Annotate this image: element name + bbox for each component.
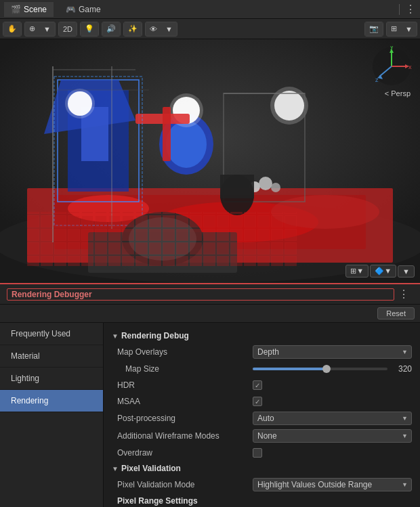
post-processing-row: Post-processing Auto Disabled Off	[104, 410, 420, 427]
frequently-used-label: Frequently Used	[11, 329, 70, 338]
overdraw-label: Overdraw	[117, 448, 253, 458]
map-size-slider-thumb[interactable]	[322, 365, 331, 373]
tab-game[interactable]: 🎮 Game	[59, 2, 108, 17]
pivot-btn[interactable]: ⊕	[25, 22, 39, 37]
audio-group: 🔊	[102, 22, 121, 37]
svg-point-18	[270, 87, 308, 125]
map-overlays-dropdown-wrapper: Depth None Normals Motion Vectors	[253, 345, 412, 359]
svg-text:x: x	[408, 64, 412, 70]
options-icon: ⋮	[405, 3, 416, 16]
msaa-value: ✓	[253, 397, 412, 406]
map-size-slider-container: 320	[253, 364, 412, 374]
sidebar-item-material[interactable]: Material	[0, 345, 103, 368]
reset-bar: Reset	[0, 305, 420, 323]
hdr-checkbox[interactable]: ✓	[253, 380, 262, 390]
pixel-validation-triangle: ▼	[112, 465, 119, 472]
view-group: 👁 ▼	[145, 22, 177, 37]
msaa-label: MSAA	[117, 397, 253, 406]
axis-gizmo: y x z	[371, 46, 412, 87]
overdraw-row: Overdraw	[104, 445, 420, 461]
main-content: Frequently Used Material Lighting Render…	[0, 323, 420, 507]
tab-separator	[399, 4, 400, 15]
tab-scene-label: Scene	[24, 5, 47, 14]
reset-button[interactable]: Reset	[377, 307, 415, 319]
svg-point-12	[166, 120, 207, 168]
map-overlays-row: Map Overlays Depth None Normals Motion V…	[104, 343, 420, 361]
tab-scene[interactable]: 🎬 Scene	[4, 2, 54, 17]
game-icon: 🎮	[66, 5, 76, 14]
rendering-label: Rendering	[11, 396, 48, 405]
2d-group: 2D	[58, 22, 77, 37]
2d-btn[interactable]: 2D	[59, 22, 77, 37]
post-processing-dropdown-wrapper: Auto Disabled Off	[253, 412, 412, 425]
map-overlays-label: Map Overlays	[117, 347, 253, 357]
sidebar-item-rendering[interactable]: Rendering	[0, 390, 103, 412]
hdr-label: HDR	[117, 380, 253, 390]
msaa-checkbox[interactable]: ✓	[253, 397, 262, 406]
fx-group: ✨	[123, 22, 142, 37]
debugger-panel: Rendering Debugger ⋮ Reset Frequently Us…	[0, 283, 420, 507]
rendering-debug-triangle: ▼	[112, 332, 119, 340]
sidebar-item-lighting[interactable]: Lighting	[0, 368, 103, 390]
debugger-menu-btn[interactable]: ⋮	[394, 288, 413, 301]
msaa-row: MSAA ✓	[104, 393, 420, 410]
svg-point-20	[259, 177, 272, 190]
map-size-value: 320	[253, 364, 412, 374]
post-processing-dropdown[interactable]: Auto Disabled Off	[253, 412, 412, 425]
pixel-validation-mode-value: Highlight Values Outside Range Disabled …	[253, 478, 412, 491]
viewport-bottom-bar: ⊞▼ 🔷▼ ▼	[345, 265, 415, 278]
view-btn[interactable]: 👁	[146, 22, 161, 37]
hdr-value: ✓	[253, 380, 412, 390]
rendering-debug-section-header[interactable]: ▼ Rendering Debug	[104, 328, 420, 343]
pivot-group: ⊕ ▼	[24, 22, 56, 37]
fx-btn[interactable]: ✨	[124, 22, 142, 37]
right-panel: ▼ Rendering Debug Map Overlays Depth Non…	[104, 323, 420, 507]
pixel-validation-section-header[interactable]: ▼ Pixel Validation	[104, 461, 420, 476]
viewport-more-btn[interactable]: ▼	[398, 265, 415, 278]
debugger-title: Rendering Debugger	[7, 288, 394, 301]
lighting-group: 💡	[80, 22, 99, 37]
svg-point-14	[65, 89, 95, 118]
wireframe-dropdown[interactable]: None Wireframe Shaded Wireframe	[253, 429, 412, 443]
grid-btn[interactable]: ⊞	[387, 22, 401, 37]
audio-btn[interactable]: 🔊	[102, 22, 120, 37]
scene-svg	[0, 39, 420, 283]
svg-rect-29	[163, 107, 171, 161]
svg-rect-38	[27, 212, 298, 266]
svg-text:z: z	[375, 76, 379, 83]
view-dropdown-btn[interactable]: ▼	[161, 22, 177, 37]
viewport[interactable]: y x z < Persp ⊞▼ 🔷▼ ▼	[0, 39, 420, 283]
map-size-number: 320	[392, 364, 412, 374]
tab-game-label: Game	[79, 5, 101, 14]
wireframe-label: Additional Wireframe Modes	[117, 431, 253, 441]
viewport-render-btn[interactable]: 🔷▼	[370, 265, 396, 278]
overdraw-checkbox[interactable]	[253, 448, 262, 458]
map-overlays-value: Depth None Normals Motion Vectors	[253, 345, 412, 359]
lighting-btn[interactable]: 💡	[81, 22, 98, 37]
persp-label: < Persp	[385, 89, 411, 97]
viewport-canvas: y x z < Persp ⊞▼ 🔷▼ ▼	[0, 39, 420, 283]
map-overlays-dropdown[interactable]: Depth None Normals Motion Vectors	[253, 345, 412, 359]
wireframe-dropdown-wrapper: None Wireframe Shaded Wireframe	[253, 429, 412, 443]
pixel-range-settings-header: Pixel Range Settings	[104, 493, 420, 507]
map-size-label: Map Size	[117, 364, 253, 374]
camera-group: 📷	[364, 22, 383, 37]
top-tab-bar: 🎬 Scene 🎮 Game ⋮	[0, 0, 420, 19]
sidebar-item-frequently-used[interactable]: Frequently Used	[0, 323, 103, 345]
pivot-dropdown-btn[interactable]: ▼	[39, 22, 55, 37]
grid-dropdown-btn[interactable]: ▼	[401, 22, 417, 37]
scene-icon: 🎬	[11, 5, 21, 14]
viewport-grid-btn[interactable]: ⊞▼	[345, 265, 369, 278]
pixel-validation-mode-dropdown[interactable]: Highlight Values Outside Range Disabled …	[253, 478, 412, 491]
map-size-row: Map Size 320	[104, 361, 420, 377]
svg-text:y: y	[390, 46, 394, 50]
hand-tool-btn[interactable]: ✋	[3, 22, 21, 37]
lighting-label: Lighting	[11, 374, 39, 383]
scene-toolbar: ✋ ⊕ ▼ 2D 💡 🔊 ✨ 👁 ▼ 📷 ⊞ ▼	[0, 19, 420, 39]
rendering-debug-title: Rendering Debug	[121, 331, 189, 340]
svg-point-21	[271, 183, 280, 192]
material-label: Material	[11, 351, 40, 361]
hand-tool-group: ✋	[3, 22, 22, 37]
camera-btn[interactable]: 📷	[365, 22, 383, 37]
map-size-slider[interactable]	[253, 368, 387, 370]
